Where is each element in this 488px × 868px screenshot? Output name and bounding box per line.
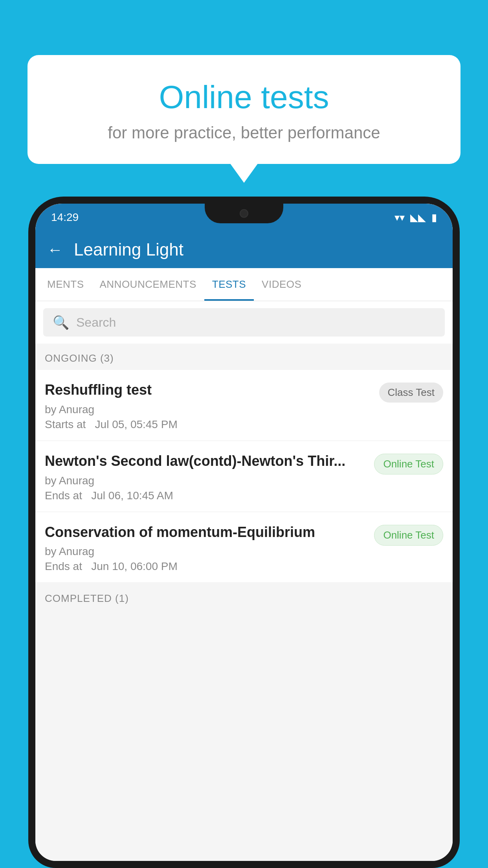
completed-section-header: COMPLETED (1)	[35, 584, 453, 610]
app-title: Learning Light	[74, 240, 183, 259]
test-name: Conservation of momentum-Equilibrium	[45, 523, 366, 542]
test-item[interactable]: Reshuffling test by Anurag Starts at Jul…	[35, 370, 453, 440]
camera-dot	[240, 209, 248, 218]
wifi-icon: ▾▾	[394, 211, 405, 224]
ongoing-section-header: ONGOING (3)	[35, 344, 453, 370]
tabs-container: MENTS ANNOUNCEMENTS TESTS VIDEOS	[35, 268, 453, 301]
back-button[interactable]: ←	[47, 241, 63, 259]
search-bar[interactable]: 🔍 Search	[43, 308, 445, 337]
test-date: Ends at Jul 06, 10:45 AM	[45, 489, 366, 502]
test-by: by Anurag	[45, 474, 366, 487]
phone-inner: 14:29 ▾▾ ◣◣ ▮ ← Learning Light MENTS ANN…	[35, 204, 453, 861]
test-badge-class: Class Test	[379, 383, 443, 403]
test-date: Starts at Jul 05, 05:45 PM	[45, 418, 371, 431]
phone-content: 🔍 Search ONGOING (3) Reshuffling test by…	[35, 301, 453, 861]
test-badge-online: Online Test	[374, 454, 443, 474]
tab-announcements[interactable]: ANNOUNCEMENTS	[92, 268, 204, 301]
phone-frame: 14:29 ▾▾ ◣◣ ▮ ← Learning Light MENTS ANN…	[28, 197, 460, 868]
search-icon: 🔍	[53, 314, 69, 330]
test-by: by Anurag	[45, 403, 371, 416]
speech-bubble: Online tests for more practice, better p…	[28, 55, 460, 164]
test-item-content: Conservation of momentum-Equilibrium by …	[45, 523, 374, 573]
speech-bubble-container: Online tests for more practice, better p…	[28, 55, 460, 164]
status-notch	[205, 204, 283, 223]
test-item-content: Reshuffling test by Anurag Starts at Jul…	[45, 381, 379, 431]
app-header: ← Learning Light	[35, 231, 453, 268]
test-item[interactable]: Newton's Second law(contd)-Newton's Thir…	[35, 441, 453, 511]
test-name: Reshuffling test	[45, 381, 371, 399]
tab-tests[interactable]: TESTS	[204, 268, 254, 301]
test-item-content: Newton's Second law(contd)-Newton's Thir…	[45, 452, 374, 502]
battery-icon: ▮	[431, 211, 437, 224]
search-container: 🔍 Search	[35, 301, 453, 344]
bubble-subtitle: for more practice, better performance	[51, 123, 437, 142]
status-time: 14:29	[51, 211, 79, 224]
status-bar: 14:29 ▾▾ ◣◣ ▮	[35, 204, 453, 231]
test-name: Newton's Second law(contd)-Newton's Thir…	[45, 452, 366, 471]
test-date: Ends at Jun 10, 06:00 PM	[45, 560, 366, 573]
test-item[interactable]: Conservation of momentum-Equilibrium by …	[35, 512, 453, 583]
tab-videos[interactable]: VIDEOS	[254, 268, 309, 301]
test-by: by Anurag	[45, 545, 366, 558]
test-badge-online: Online Test	[374, 525, 443, 546]
search-placeholder: Search	[76, 315, 116, 330]
bubble-title: Online tests	[51, 79, 437, 116]
signal-icon: ◣◣	[410, 211, 426, 224]
phone-outer: 14:29 ▾▾ ◣◣ ▮ ← Learning Light MENTS ANN…	[28, 197, 460, 868]
tab-ments[interactable]: MENTS	[39, 268, 92, 301]
status-icons: ▾▾ ◣◣ ▮	[394, 211, 437, 224]
